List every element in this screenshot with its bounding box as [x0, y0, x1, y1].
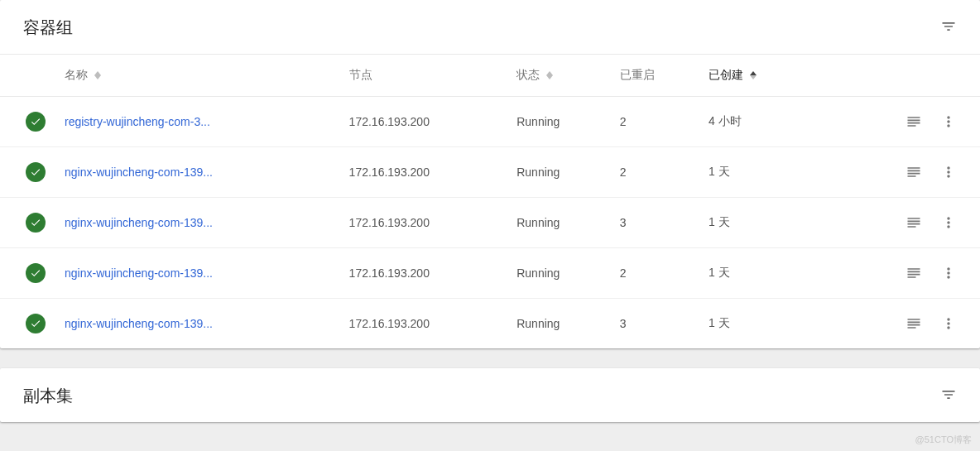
actions-cell — [811, 97, 980, 147]
column-restarted-label: 已重启 — [620, 68, 655, 81]
column-node[interactable]: 节点 — [341, 55, 509, 97]
sort-icon — [546, 71, 553, 79]
restarted-cell: 3 — [612, 299, 700, 349]
node-cell: 172.16.193.200 — [341, 198, 509, 248]
table-row: nginx-wujincheng-com-139... 172.16.193.2… — [0, 248, 980, 299]
created-cell: 4 小时 — [700, 97, 812, 147]
watermark: @51CTO博客 — [915, 434, 972, 442]
column-name-label: 名称 — [65, 68, 88, 81]
restarted-cell: 2 — [612, 248, 700, 299]
check-circle-icon — [26, 314, 46, 333]
check-circle-icon — [26, 162, 46, 182]
card-title: 容器组 — [23, 17, 73, 39]
check-circle-icon — [26, 213, 46, 233]
restarted-cell: 2 — [612, 147, 700, 198]
column-restarted[interactable]: 已重启 — [612, 55, 700, 97]
status-cell: Running — [508, 198, 612, 248]
table-row: nginx-wujincheng-com-139... 172.16.193.2… — [0, 299, 980, 349]
restarted-cell: 2 — [612, 97, 700, 147]
status-cell: Running — [508, 147, 612, 198]
logs-icon[interactable] — [906, 113, 922, 130]
column-status[interactable]: 状态 — [508, 55, 612, 97]
card-header: 容器组 — [0, 0, 980, 54]
status-cell: Running — [508, 97, 612, 147]
logs-icon[interactable] — [906, 164, 922, 180]
pod-name-link[interactable]: nginx-wujincheng-com-139... — [65, 216, 213, 229]
replicasets-card: 副本集 — [0, 368, 980, 422]
column-name[interactable]: 名称 — [0, 55, 341, 97]
actions-cell — [811, 248, 980, 299]
node-cell: 172.16.193.200 — [341, 97, 509, 147]
card-header: 副本集 — [0, 368, 980, 422]
actions-cell — [811, 299, 980, 349]
status-indicator-cell — [0, 198, 56, 248]
pod-name-link[interactable]: nginx-wujincheng-com-139... — [65, 166, 213, 179]
status-cell: Running — [508, 248, 612, 299]
table-header-row: 名称 节点 状态 已重启 — [0, 55, 980, 97]
status-cell: Running — [508, 299, 612, 349]
pod-name-link[interactable]: nginx-wujincheng-com-139... — [65, 317, 213, 330]
column-created-label: 已创建 — [709, 68, 743, 81]
created-cell: 1 天 — [700, 248, 812, 299]
filter-icon[interactable] — [940, 386, 957, 406]
more-vert-icon[interactable] — [940, 113, 957, 130]
column-node-label: 节点 — [349, 68, 372, 81]
table-row: nginx-wujincheng-com-139... 172.16.193.2… — [0, 147, 980, 198]
pod-name-link[interactable]: registry-wujincheng-com-3... — [65, 115, 210, 128]
logs-icon[interactable] — [906, 315, 922, 332]
more-vert-icon[interactable] — [940, 315, 957, 332]
sort-icon — [94, 71, 101, 79]
filter-icon[interactable] — [940, 18, 957, 38]
actions-cell — [811, 147, 980, 198]
node-cell: 172.16.193.200 — [341, 147, 509, 198]
more-vert-icon[interactable] — [940, 265, 957, 281]
column-actions — [811, 55, 980, 97]
pods-card: 容器组 名称 节点 状态 — [0, 0, 980, 348]
status-indicator-cell — [0, 147, 56, 198]
logs-icon[interactable] — [906, 214, 922, 231]
pod-name-cell: nginx-wujincheng-com-139... — [56, 198, 341, 248]
more-vert-icon[interactable] — [940, 214, 957, 231]
table-row: registry-wujincheng-com-3... 172.16.193.… — [0, 97, 980, 147]
created-cell: 1 天 — [700, 147, 812, 198]
actions-cell — [811, 198, 980, 248]
logs-icon[interactable] — [906, 265, 922, 281]
pod-name-cell: registry-wujincheng-com-3... — [56, 97, 341, 147]
check-circle-icon — [26, 112, 46, 132]
check-circle-icon — [26, 263, 46, 283]
column-status-label: 状态 — [516, 68, 540, 81]
pod-name-link[interactable]: nginx-wujincheng-com-139... — [65, 266, 213, 280]
table-row: nginx-wujincheng-com-139... 172.16.193.2… — [0, 198, 980, 248]
pod-name-cell: nginx-wujincheng-com-139... — [56, 299, 341, 349]
status-indicator-cell — [0, 248, 56, 299]
status-indicator-cell — [0, 299, 56, 349]
pod-name-cell: nginx-wujincheng-com-139... — [56, 147, 341, 198]
node-cell: 172.16.193.200 — [341, 248, 509, 299]
pods-table: 名称 节点 状态 已重启 — [0, 54, 980, 348]
restarted-cell: 3 — [612, 198, 700, 248]
pod-name-cell: nginx-wujincheng-com-139... — [56, 248, 341, 299]
created-cell: 1 天 — [700, 198, 812, 248]
column-created[interactable]: 已创建 — [700, 55, 812, 97]
created-cell: 1 天 — [700, 299, 812, 349]
node-cell: 172.16.193.200 — [341, 299, 509, 349]
card-title: 副本集 — [23, 385, 73, 407]
status-indicator-cell — [0, 97, 56, 147]
more-vert-icon[interactable] — [940, 164, 957, 180]
sort-icon — [750, 71, 757, 79]
